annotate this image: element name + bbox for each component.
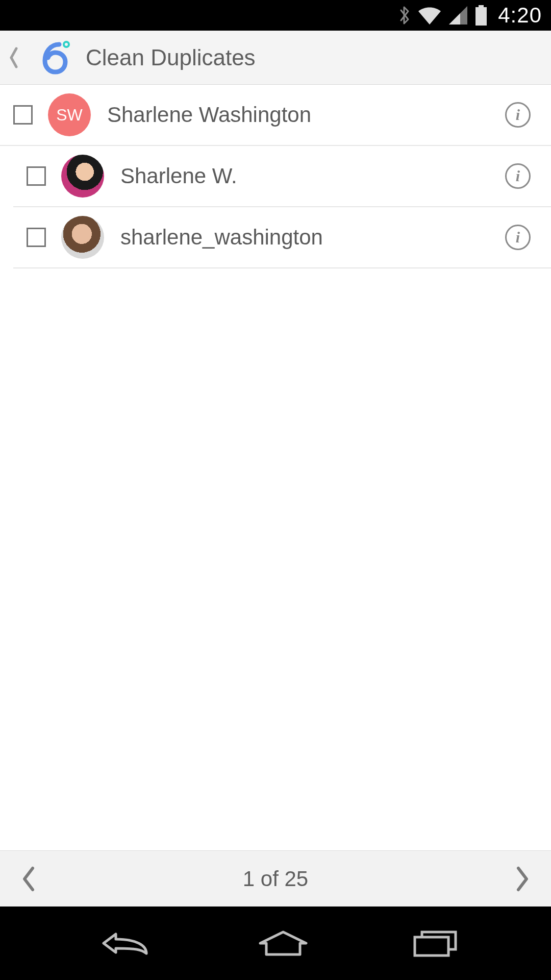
- svg-rect-0: [479, 5, 484, 7]
- checkbox[interactable]: [27, 228, 46, 247]
- contact-row[interactable]: sharlene_washington i: [13, 207, 551, 268]
- system-nav-bar: [0, 906, 551, 980]
- battery-icon: [474, 5, 488, 26]
- svg-rect-1: [475, 7, 487, 26]
- info-icon[interactable]: i: [505, 225, 531, 250]
- info-icon[interactable]: i: [505, 102, 531, 128]
- avatar: [61, 216, 104, 259]
- contact-list: SW Sharlene Washington i Sharlene W. i s…: [0, 85, 551, 268]
- nav-recent-icon[interactable]: [410, 928, 461, 959]
- page-title: Clean Duplicates: [86, 45, 256, 70]
- checkbox[interactable]: [13, 105, 33, 125]
- back-icon[interactable]: [5, 41, 22, 74]
- signal-icon: [448, 5, 468, 26]
- bluetooth-icon: [398, 4, 411, 27]
- clock: 4:20: [498, 3, 542, 28]
- next-page-icon[interactable]: [514, 865, 531, 893]
- svg-point-2: [64, 42, 69, 47]
- svg-rect-3: [415, 937, 448, 955]
- nav-home-icon[interactable]: [255, 928, 311, 959]
- avatar: SW: [48, 93, 91, 136]
- pager: 1 of 25: [0, 850, 551, 906]
- app-bar: Clean Duplicates: [0, 31, 551, 85]
- contact-row[interactable]: SW Sharlene Washington i: [0, 85, 551, 146]
- wifi-icon: [417, 5, 442, 26]
- info-icon[interactable]: i: [505, 163, 531, 189]
- pager-label: 1 of 25: [243, 867, 308, 891]
- contact-row[interactable]: Sharlene W. i: [13, 146, 551, 207]
- contact-name: Sharlene W.: [120, 164, 505, 188]
- avatar: [61, 155, 104, 198]
- contact-name: Sharlene Washington: [107, 103, 505, 127]
- prev-page-icon[interactable]: [20, 865, 37, 893]
- app-logo-icon: [37, 40, 71, 75]
- status-bar: 4:20: [0, 0, 551, 31]
- checkbox[interactable]: [27, 166, 46, 186]
- contact-name: sharlene_washington: [120, 225, 505, 250]
- nav-back-icon[interactable]: [90, 928, 157, 959]
